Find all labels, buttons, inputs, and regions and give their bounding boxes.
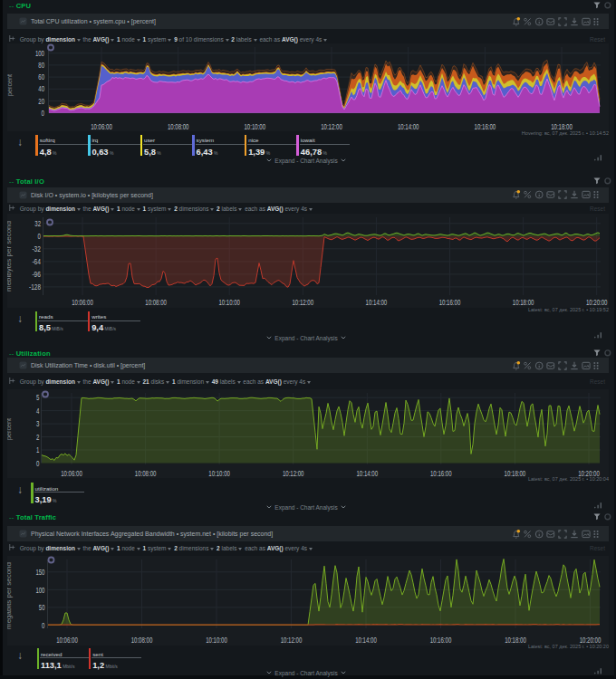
svg-text:50: 50 — [39, 603, 45, 612]
svg-text:3: 3 — [36, 419, 40, 428]
svg-text:10:08:00: 10:08:00 — [135, 469, 157, 478]
svg-text:10:06:00: 10:06:00 — [91, 122, 112, 131]
svg-text:32: 32 — [34, 219, 41, 228]
svg-text:80: 80 — [38, 61, 44, 70]
svg-text:10:12:00: 10:12:00 — [293, 298, 314, 307]
svg-text:10:12:00: 10:12:00 — [283, 469, 304, 478]
svg-text:0: 0 — [36, 459, 40, 468]
svg-text:0: 0 — [38, 232, 42, 241]
svg-text:10:14:00: 10:14:00 — [366, 298, 388, 307]
svg-text:-96: -96 — [32, 270, 41, 279]
svg-text:-32: -32 — [32, 244, 41, 253]
svg-text:2: 2 — [36, 433, 40, 442]
svg-text:10:10:00: 10:10:00 — [218, 298, 240, 307]
svg-text:10:10:00: 10:10:00 — [206, 636, 227, 645]
svg-text:percent: percent — [7, 74, 14, 96]
svg-text:10:08:00: 10:08:00 — [145, 298, 167, 307]
svg-text:10:08:00: 10:08:00 — [131, 636, 153, 645]
svg-text:10:10:00: 10:10:00 — [208, 469, 230, 478]
svg-text:40: 40 — [38, 84, 44, 93]
svg-text:mebibytes per second: mebibytes per second — [7, 221, 13, 292]
svg-text:10:10:00: 10:10:00 — [245, 122, 266, 131]
svg-text:percent: percent — [7, 418, 13, 440]
svg-text:megabits per second: megabits per second — [7, 562, 13, 629]
svg-text:4: 4 — [36, 406, 40, 416]
svg-text:20: 20 — [38, 97, 44, 106]
svg-text:-128: -128 — [29, 282, 41, 292]
svg-text:5: 5 — [36, 393, 40, 402]
svg-text:-64: -64 — [32, 257, 41, 266]
svg-text:10:06:00: 10:06:00 — [56, 636, 78, 645]
svg-text:1: 1 — [36, 445, 40, 454]
svg-text:60: 60 — [38, 72, 44, 81]
svg-text:10:08:00: 10:08:00 — [168, 122, 189, 131]
svg-text:10:16:00: 10:16:00 — [439, 298, 461, 307]
svg-text:10:06:00: 10:06:00 — [61, 469, 82, 478]
svg-text:0: 0 — [42, 109, 45, 118]
svg-text:10:18:00: 10:18:00 — [513, 298, 534, 307]
svg-text:10:12:00: 10:12:00 — [281, 636, 303, 645]
svg-text:10:20:00: 10:20:00 — [586, 298, 608, 307]
svg-text:10:06:00: 10:06:00 — [72, 298, 93, 307]
svg-text:100: 100 — [35, 49, 44, 58]
svg-text:150: 150 — [35, 568, 44, 577]
svg-text:0: 0 — [42, 621, 45, 630]
svg-text:100: 100 — [35, 586, 44, 595]
